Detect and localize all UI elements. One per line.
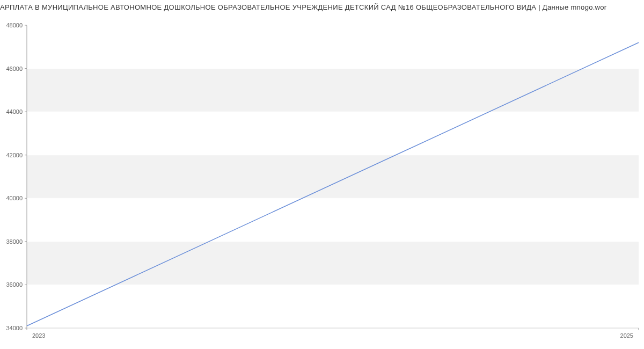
line-chart: 3400036000380004000042000440004600048000…: [0, 11, 644, 344]
svg-text:34000: 34000: [6, 325, 23, 331]
svg-text:48000: 48000: [6, 22, 23, 28]
svg-text:42000: 42000: [6, 152, 23, 158]
svg-rect-1: [27, 155, 639, 199]
svg-text:44000: 44000: [6, 108, 23, 115]
svg-text:2025: 2025: [620, 332, 633, 339]
chart-title: АРПЛАТА В МУНИЦИПАЛЬНОЕ АВТОНОМНОЕ ДОШКО…: [0, 0, 644, 11]
svg-rect-0: [27, 242, 639, 285]
svg-text:46000: 46000: [6, 66, 23, 72]
svg-text:38000: 38000: [6, 238, 23, 245]
svg-text:36000: 36000: [6, 281, 23, 288]
svg-rect-2: [27, 69, 639, 112]
svg-text:2023: 2023: [32, 332, 45, 339]
svg-text:40000: 40000: [6, 195, 23, 201]
chart-container: 3400036000380004000042000440004600048000…: [0, 11, 644, 344]
